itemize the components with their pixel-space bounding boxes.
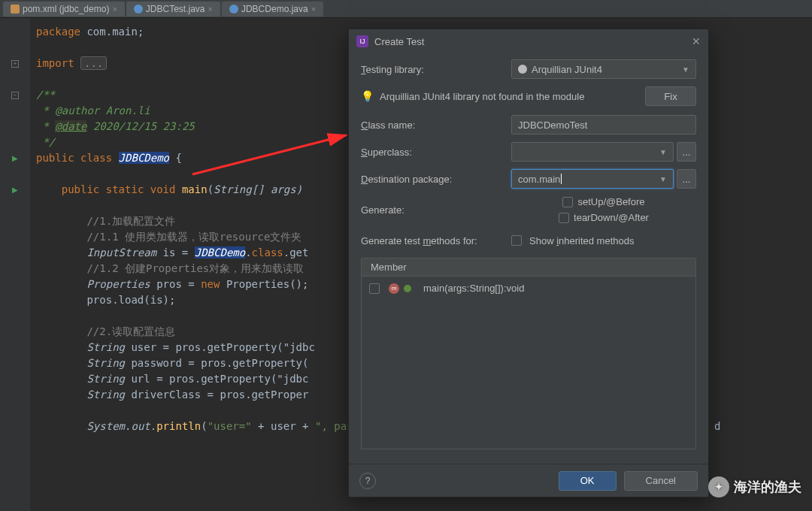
class-name-label: Class name:: [361, 119, 511, 131]
fix-button[interactable]: Fix: [645, 86, 696, 106]
setup-checkbox[interactable]: [562, 197, 573, 207]
run-icon[interactable]: ▶: [12, 154, 18, 162]
browse-button[interactable]: ...: [677, 169, 696, 189]
tab-label: JDBCDemo.java: [241, 4, 308, 14]
bulb-icon: 💡: [361, 90, 374, 102]
generate-methods-label: Generate test methods for:: [361, 235, 511, 246]
chevron-down-icon: ▼: [659, 175, 667, 183]
class-name-input[interactable]: JDBCDemoTest: [511, 115, 696, 135]
tab-label: pom.xml (jdbc_demo): [23, 4, 109, 14]
close-icon[interactable]: ×: [311, 5, 316, 14]
superclass-label: Superclass:: [361, 147, 511, 158]
xml-icon: [11, 5, 20, 14]
testing-library-combo[interactable]: Arquillian JUnit4▼: [511, 59, 696, 79]
app-icon: IJ: [356, 35, 368, 47]
close-icon[interactable]: ×: [112, 5, 117, 14]
chevron-down-icon: ▼: [659, 148, 667, 156]
dialog-title: Create Test: [374, 36, 424, 47]
ok-button[interactable]: OK: [559, 471, 617, 491]
help-button[interactable]: ?: [359, 473, 376, 489]
member-item[interactable]: m main(args:String[]):void: [366, 281, 691, 295]
warning-text: Arquillian JUnit4 library not found in t…: [380, 91, 584, 102]
tab-jdbcdemo[interactable]: JDBCDemo.java×: [222, 2, 323, 17]
close-icon[interactable]: ×: [208, 5, 213, 14]
editor-tabs: pom.xml (jdbc_demo)× JDBCTest.java× JDBC…: [0, 0, 812, 18]
dialog-footer: ? OK Cancel: [349, 464, 708, 497]
dialog-titlebar: IJ Create Test ✕: [349, 29, 708, 53]
member-checkbox[interactable]: [369, 283, 380, 294]
modifier-icon: [404, 285, 411, 292]
close-icon[interactable]: ✕: [692, 35, 701, 47]
run-icon[interactable]: ▶: [12, 186, 18, 194]
gutter: + − ▶ ▶: [0, 18, 30, 511]
method-icon: m: [389, 283, 399, 294]
tab-jdbctest[interactable]: JDBCTest.java×: [126, 2, 220, 17]
create-test-dialog: IJ Create Test ✕ Testing library: Arquil…: [348, 29, 709, 497]
tab-pom[interactable]: pom.xml (jdbc_demo)×: [3, 2, 125, 17]
tab-label: JDBCTest.java: [146, 4, 205, 14]
library-icon: [518, 65, 527, 74]
destination-package-input[interactable]: com.main▼: [511, 169, 674, 189]
dest-package-label: Destination package:: [361, 174, 511, 185]
member-label: main(args:String[]):void: [423, 283, 524, 294]
java-icon: [134, 5, 143, 14]
cancel-button[interactable]: Cancel: [624, 471, 698, 491]
browse-button[interactable]: ...: [677, 142, 696, 162]
fold-icon[interactable]: +: [11, 60, 19, 68]
fold-icon[interactable]: −: [11, 92, 19, 99]
java-icon: [229, 5, 238, 14]
show-inherited-checkbox[interactable]: [511, 235, 522, 246]
watermark: ✦ 海洋的渔夫: [708, 476, 801, 497]
chevron-down-icon: ▼: [682, 65, 689, 74]
teardown-checkbox[interactable]: [559, 213, 569, 223]
superclass-combo[interactable]: ▼: [511, 142, 674, 162]
member-list: m main(args:String[]):void: [361, 277, 696, 449]
dialog-body: Testing library: Arquillian JUnit4▼ 💡 Ar…: [349, 53, 708, 464]
wechat-icon: ✦: [708, 476, 729, 497]
member-header: Member: [361, 258, 696, 277]
generate-label: Generate:: [361, 204, 511, 216]
